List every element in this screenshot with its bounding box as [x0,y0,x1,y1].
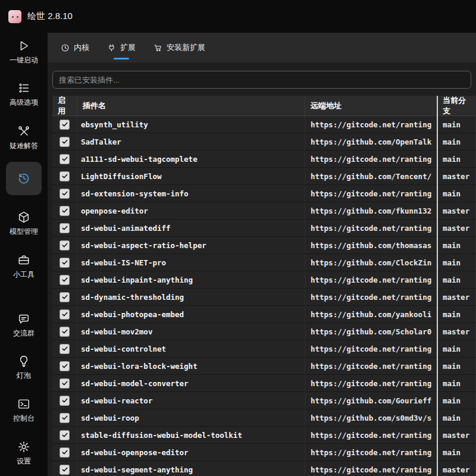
enable-checkbox[interactable] [60,240,70,250]
enable-cell [52,220,77,236]
table-row[interactable]: sd-webui-lora-block-weighthttps://gitcod… [52,358,476,375]
enable-checkbox[interactable] [60,137,70,147]
column-header-enable[interactable]: 启用 [52,96,77,115]
plugin-name-cell: sd-dynamic-thresholding [77,289,305,305]
tab-extensions[interactable]: 扩展 [107,33,136,62]
enable-cell [52,461,77,476]
sidebar-item-small-tools[interactable]: 小工具 [0,253,48,280]
table-row[interactable]: sd-webui-controlnethttps://gitcode.net/r… [52,340,476,358]
sidebar: 一键启动 高级选项 疑难解答 模型管理 [0,33,48,476]
sidebar-item-advanced-options[interactable]: 高级选项 [0,82,48,108]
sidebar-item-launch[interactable]: 一键启动 [0,39,48,65]
enable-cell [52,392,77,409]
enable-checkbox[interactable] [60,344,70,354]
enable-checkbox[interactable] [60,189,70,199]
table-body: ebsynth_utilityhttps://gitcode.net/ranti… [52,116,476,476]
sidebar-item-console[interactable]: 控制台 [0,397,48,424]
main-panel: 内核 扩展 安装新扩展 启用 插件名 远端地址 当前分支 ebsy [48,33,476,476]
plugin-name-cell: sd-webui-photopea-embed [77,306,305,322]
column-header-branch[interactable]: 当前分支 [437,96,476,115]
table-row[interactable]: sd-webui-openpose-editorhttps://gitcode.… [52,444,476,461]
sidebar-item-version-management[interactable] [6,162,42,195]
plug-icon [107,43,116,52]
table-row[interactable]: sd-webui-reactorhttps://github.com/Gouri… [52,392,476,409]
toolbox-icon [17,253,30,267]
enable-cell [52,409,77,426]
sidebar-item-label: 疑难解答 [10,141,38,151]
enable-checkbox[interactable] [60,413,70,423]
table-row[interactable]: sd-webui-animatediffhttps://gitcode.net/… [52,220,476,237]
tab-kernel[interactable]: 内核 [61,33,89,62]
branch-cell: main [437,306,476,322]
table-row[interactable]: a1111-sd-webui-tagcompletehttps://gitcod… [52,151,476,168]
plugin-name-cell: sd-webui-mov2mov [77,323,305,340]
enable-checkbox[interactable] [60,120,70,130]
enable-checkbox[interactable] [60,327,70,337]
enable-checkbox[interactable] [60,378,70,389]
tab-install-new-extension[interactable]: 安装新扩展 [154,33,205,62]
remote-url-cell: https://gitcode.net/ranting [305,340,437,357]
table-row[interactable]: sd-dynamic-thresholdinghttps://gitcode.n… [52,289,476,306]
search-input[interactable] [52,71,471,89]
enable-checkbox[interactable] [60,292,70,302]
enable-checkbox[interactable] [60,361,70,371]
branch-cell: main [437,358,476,374]
sidebar-item-label: 交流群 [13,328,35,339]
table-row[interactable]: sd-webui-mov2movhttps://github.com/Schol… [52,323,476,340]
branch-cell: master [437,427,476,443]
enable-checkbox[interactable] [60,309,70,320]
branch-cell: main [437,151,476,167]
sliders-icon [17,82,30,95]
sidebar-item-bulb[interactable]: 灯泡 [0,355,48,381]
table-header: 启用 插件名 远端地址 当前分支 [52,96,476,116]
column-header-remote[interactable]: 远端地址 [305,96,437,115]
table-row[interactable]: LightDiffusionFlowhttps://github.com/Ten… [52,168,476,185]
branch-cell: main [437,409,476,426]
remote-url-cell: https://github.com/OpenTalk [305,133,437,150]
table-row[interactable]: ebsynth_utilityhttps://gitcode.net/ranti… [52,116,476,133]
remote-url-cell: https://gitcode.net/ranting [305,461,437,476]
table-row[interactable]: openpose-editorhttps://github.com/fkunn1… [52,202,476,220]
enable-checkbox[interactable] [60,396,70,406]
plugin-name-cell: sd-webui-segment-anything [77,461,305,476]
enable-checkbox[interactable] [60,206,70,216]
table-row[interactable]: sd-webui-IS-NET-prohttps://github.com/Cl… [52,254,476,271]
sidebar-item-label: 灯泡 [17,371,31,381]
remote-url-cell: https://github.com/Scholar0 [305,323,437,340]
table-row[interactable]: sd-webui-photopea-embedhttps://github.co… [52,306,476,323]
enable-cell [52,185,77,202]
column-header-name[interactable]: 插件名 [77,96,305,115]
enable-checkbox[interactable] [60,171,70,181]
console-icon [17,397,30,411]
enable-cell [52,237,77,253]
table-row[interactable]: sd-webui-segment-anythinghttps://gitcode… [52,461,476,476]
enable-checkbox[interactable] [60,430,70,440]
table-row[interactable]: sd-webui-inpaint-anythinghttps://gitcode… [52,271,476,289]
table-row[interactable]: SadTalkerhttps://github.com/OpenTalkmain [52,133,476,151]
title-bar: 绘世 2.8.10 [0,0,476,33]
remote-url-cell: https://gitcode.net/ranting [305,444,437,461]
enable-checkbox[interactable] [60,447,70,458]
enable-checkbox[interactable] [60,275,70,285]
enable-checkbox[interactable] [60,223,70,233]
plugin-name-cell: LightDiffusionFlow [77,168,305,184]
sidebar-item-troubleshoot[interactable]: 疑难解答 [0,125,48,151]
enable-cell [52,202,77,219]
enable-checkbox[interactable] [60,258,70,268]
plugin-name-cell: sd-webui-controlnet [77,340,305,357]
plugin-name-cell: stable-diffusion-webui-model-toolkit [77,427,305,443]
table-row[interactable]: sd-webui-aspect-ratio-helperhttps://gith… [52,237,476,254]
enable-cell [52,323,77,340]
table-row[interactable]: sd-webui-model-converterhttps://gitcode.… [52,375,476,392]
sidebar-item-chat-group[interactable]: 交流群 [0,312,48,339]
table-row[interactable]: sd-webui-roophttps://github.com/s0md3v/s… [52,409,476,427]
table-row[interactable]: sd-extension-system-infohttps://gitcode.… [52,185,476,202]
sidebar-item-settings[interactable]: 设置 [0,440,48,466]
enable-checkbox[interactable] [60,154,70,164]
enable-checkbox[interactable] [60,465,70,475]
branch-cell: main [437,271,476,288]
table-row[interactable]: stable-diffusion-webui-model-toolkithttp… [52,427,476,444]
sidebar-item-model-management[interactable]: 模型管理 [0,211,48,237]
sidebar-item-label: 小工具 [13,270,35,280]
column-resize-divider[interactable] [437,96,438,476]
